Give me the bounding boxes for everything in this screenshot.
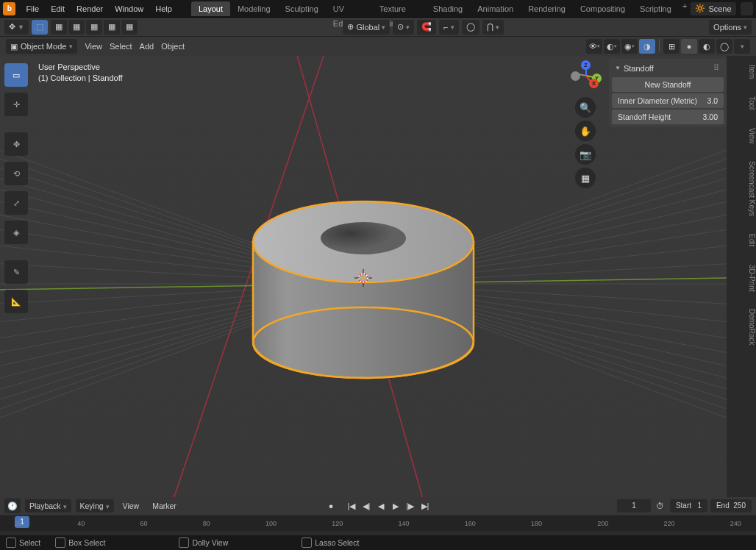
menu-render[interactable]: Render	[71, 0, 109, 18]
menu-window[interactable]: Window	[109, 0, 149, 18]
shading-rendered[interactable]: ◯	[716, 39, 732, 54]
tab-sculpting[interactable]: Sculpting	[278, 1, 326, 16]
new-standoff-button[interactable]: New Standoff	[612, 77, 724, 92]
gizmo-neg-axis[interactable]	[571, 71, 580, 81]
tab-3dprint[interactable]: 3D-Print	[727, 256, 756, 301]
copy-scene-button[interactable]	[741, 2, 753, 15]
select-box-tool[interactable]: ▭	[4, 63, 28, 87]
shading-wireframe[interactable]: ⊞	[663, 39, 680, 54]
gizmo-z-axis[interactable]: Z	[581, 60, 591, 70]
tab-demorack[interactable]: DemoRack	[727, 300, 756, 354]
viewport-menu-add[interactable]: Add	[140, 42, 154, 51]
tab-scripting[interactable]: Scripting	[632, 1, 679, 16]
standoff-height-field[interactable]: Standoff Height 3.00	[612, 110, 724, 124]
pivot-dropdown[interactable]: ⊙▾	[393, 20, 414, 35]
play-button[interactable]: ▶	[389, 499, 402, 512]
tab-texture-paint[interactable]: Texture Paint	[372, 1, 426, 16]
start-frame-field[interactable]: Start 1	[670, 499, 707, 512]
keying-dropdown[interactable]: Keying ▾	[76, 499, 114, 512]
select-box-icon[interactable]: ⬚	[32, 20, 48, 35]
playback-dropdown[interactable]: Playback ▾	[25, 499, 71, 512]
annotate-tool[interactable]: ✎	[4, 260, 28, 284]
menu-edit[interactable]: Edit	[45, 0, 71, 18]
timeline-editor-type[interactable]: 🕐	[4, 499, 21, 513]
tab-tool[interactable]: Tool	[727, 88, 756, 118]
play-reverse-button[interactable]: ◀	[374, 499, 388, 512]
panel-options-icon[interactable]: ⠿	[713, 63, 721, 73]
viewport-menu-object[interactable]: Object	[161, 42, 185, 51]
gizmo-dropdown[interactable]: ◐▾	[604, 39, 620, 54]
3d-viewport[interactable]: ▭ ✛ ✥ ⟲ ⤢ ◈ ✎ 📐 User Perspective (1) Col…	[0, 56, 727, 512]
end-frame-field[interactable]: End 250	[710, 499, 752, 512]
operator-panel[interactable]: Standoff ⠿ New Standoff Inner Diameter (…	[609, 59, 727, 127]
measure-tool[interactable]: 📐	[4, 290, 28, 313]
viewport-menu-select[interactable]: Select	[110, 42, 132, 51]
select-icon-3[interactable]: ▦	[86, 20, 102, 35]
rotate-tool[interactable]: ⟲	[4, 162, 28, 185]
select-icon-5[interactable]: ▦	[121, 20, 138, 35]
tab-view[interactable]: View	[727, 119, 756, 153]
tab-compositing[interactable]: Compositing	[573, 1, 632, 16]
tab-animation[interactable]: Animation	[470, 1, 521, 16]
pan-button[interactable]: ✋	[575, 121, 596, 141]
move-tool[interactable]: ✥	[4, 132, 28, 156]
zoom-button[interactable]: 🔍	[575, 97, 596, 118]
shading-solid[interactable]: ●	[681, 39, 697, 54]
transform-tool[interactable]: ◈	[4, 221, 28, 244]
tab-edit[interactable]: Edit	[727, 225, 756, 255]
timeline-marker-menu[interactable]: Marker	[148, 499, 181, 512]
perspective-toggle-button[interactable]: ▦	[575, 168, 596, 188]
add-workspace-button[interactable]: +	[679, 1, 691, 16]
options-dropdown[interactable]: Options ▾	[709, 20, 752, 35]
inner-diameter-field[interactable]: Inner Diameter (Metric) 3.0	[612, 93, 724, 108]
status-bar: Select Box Select Dolly View Lasso Selec…	[0, 535, 756, 550]
3d-cursor-icon	[354, 269, 372, 287]
jump-prev-key-button[interactable]: ◀|	[360, 499, 373, 512]
tab-item[interactable]: Item	[727, 56, 756, 88]
camera-view-button[interactable]: 📷	[575, 144, 596, 165]
shading-options[interactable]: ▾	[734, 39, 750, 54]
snap-toggle[interactable]: 🧲	[417, 20, 436, 35]
operator-header[interactable]: Standoff ⠿	[610, 60, 725, 76]
jump-end-button[interactable]: ▶|	[418, 499, 432, 512]
cursor-tool[interactable]: ✛	[4, 93, 28, 116]
view-visibility-dropdown[interactable]: 👁▾	[586, 39, 602, 54]
xray-toggle[interactable]: ◑	[639, 39, 655, 54]
shading-material[interactable]: ◐	[699, 39, 715, 54]
viewport-menu-view[interactable]: View	[85, 42, 102, 51]
tab-modeling[interactable]: Modeling	[230, 1, 278, 16]
scale-tool[interactable]: ⤢	[4, 191, 28, 215]
mode-selector[interactable]: ▣ Object Mode ▾	[6, 39, 77, 54]
scene-name: Scene	[708, 4, 731, 13]
tab-screencast[interactable]: Screencast Keys	[727, 152, 756, 225]
status-lasso: Lasso Select	[302, 538, 359, 548]
menu-help[interactable]: Help	[149, 0, 178, 18]
scene-selector[interactable]: 🔆 Scene	[691, 2, 735, 15]
snap-options[interactable]: ⌐▾	[439, 20, 458, 35]
cursor-dropdown[interactable]: ✥▼	[4, 20, 29, 35]
current-frame-field[interactable]: 1	[617, 499, 651, 512]
proportional-edit[interactable]: ◯	[462, 20, 479, 35]
jump-next-key-button[interactable]: |▶	[404, 499, 417, 512]
tab-uv-editing[interactable]: UV Editing	[326, 1, 372, 16]
select-icon-1[interactable]: ▦	[51, 20, 67, 35]
scene-icon: 🔆	[695, 4, 705, 13]
overlay-dropdown[interactable]: ◉▾	[621, 39, 638, 54]
autokey-toggle[interactable]: ●	[324, 499, 338, 512]
gizmo-x-axis[interactable]: X	[589, 79, 599, 88]
navigation-gizmo[interactable]: Z Y X	[571, 60, 602, 91]
timer-icon[interactable]: ⏱	[654, 499, 667, 512]
jump-start-button[interactable]: |◀	[345, 499, 358, 512]
mouse-middle-icon	[179, 538, 189, 548]
tab-layout[interactable]: Layout	[191, 1, 230, 16]
select-icon-2[interactable]: ▦	[68, 20, 85, 35]
proportional-falloff[interactable]: ⋂▾	[482, 20, 504, 35]
orientation-dropdown[interactable]: ⊕ Global ▾	[343, 20, 390, 35]
timeline-editor: 🕐 Playback ▾ Keying ▾ View Marker ● |◀ ◀…	[0, 497, 756, 550]
tab-rendering[interactable]: Rendering	[521, 1, 573, 16]
select-icon-4[interactable]: ▦	[104, 20, 120, 35]
tab-shading[interactable]: Shading	[426, 1, 470, 16]
menu-file[interactable]: File	[20, 0, 45, 18]
timeline-track[interactable]: 1 204060 80100120 140160180 200220240	[0, 516, 756, 531]
timeline-view-menu[interactable]: View	[118, 499, 144, 512]
